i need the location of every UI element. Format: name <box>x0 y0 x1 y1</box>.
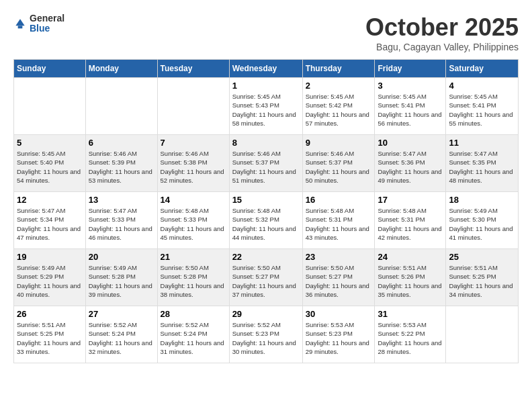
day-info: Sunrise: 5:48 AM Sunset: 5:33 PM Dayligh… <box>161 206 226 242</box>
day-info: Sunrise: 5:50 AM Sunset: 5:27 PM Dayligh… <box>306 263 372 299</box>
day-number: 31 <box>378 309 443 319</box>
day-number: 30 <box>306 309 372 319</box>
day-number: 15 <box>232 195 300 205</box>
day-number: 16 <box>306 195 372 205</box>
calendar-cell: 7Sunrise: 5:46 AM Sunset: 5:38 PM Daylig… <box>157 135 229 192</box>
day-info: Sunrise: 5:52 AM Sunset: 5:23 PM Dayligh… <box>232 320 300 356</box>
day-info: Sunrise: 5:49 AM Sunset: 5:28 PM Dayligh… <box>89 263 154 299</box>
day-number: 10 <box>378 138 443 148</box>
calendar-cell: 9Sunrise: 5:46 AM Sunset: 5:37 PM Daylig… <box>302 135 375 192</box>
month-title: October 2025 <box>365 13 519 42</box>
day-number: 13 <box>89 195 154 205</box>
logo-icon <box>13 17 27 30</box>
weekday-header: Thursday <box>302 60 375 78</box>
day-info: Sunrise: 5:45 AM Sunset: 5:41 PM Dayligh… <box>449 92 515 128</box>
day-number: 25 <box>449 252 515 262</box>
day-number: 1 <box>232 81 300 91</box>
day-number: 9 <box>306 138 372 148</box>
day-info: Sunrise: 5:46 AM Sunset: 5:37 PM Dayligh… <box>306 149 372 185</box>
calendar-cell: 19Sunrise: 5:49 AM Sunset: 5:29 PM Dayli… <box>14 249 86 306</box>
logo-blue: Blue <box>30 24 64 34</box>
weekday-header: Saturday <box>446 60 519 78</box>
day-info: Sunrise: 5:52 AM Sunset: 5:24 PM Dayligh… <box>161 320 226 356</box>
day-number: 12 <box>17 195 83 205</box>
calendar-table: SundayMondayTuesdayWednesdayThursdayFrid… <box>13 59 519 363</box>
day-number: 26 <box>17 309 83 319</box>
calendar-cell: 4Sunrise: 5:45 AM Sunset: 5:41 PM Daylig… <box>446 78 519 135</box>
calendar-cell: 21Sunrise: 5:50 AM Sunset: 5:28 PM Dayli… <box>157 249 229 306</box>
day-info: Sunrise: 5:50 AM Sunset: 5:27 PM Dayligh… <box>232 263 300 299</box>
calendar-cell: 13Sunrise: 5:47 AM Sunset: 5:33 PM Dayli… <box>85 192 157 249</box>
day-number: 24 <box>378 252 443 262</box>
day-info: Sunrise: 5:46 AM Sunset: 5:39 PM Dayligh… <box>89 149 154 185</box>
day-number: 27 <box>89 309 154 319</box>
weekday-header: Sunday <box>14 60 86 78</box>
calendar-cell <box>85 78 157 135</box>
day-number: 29 <box>232 309 300 319</box>
calendar-cell: 18Sunrise: 5:49 AM Sunset: 5:30 PM Dayli… <box>446 192 519 249</box>
calendar-cell: 29Sunrise: 5:52 AM Sunset: 5:23 PM Dayli… <box>229 306 302 363</box>
day-number: 19 <box>17 252 83 262</box>
svg-marker-1 <box>15 19 24 26</box>
day-info: Sunrise: 5:51 AM Sunset: 5:25 PM Dayligh… <box>449 263 515 299</box>
weekday-header: Monday <box>85 60 157 78</box>
weekday-header: Tuesday <box>157 60 229 78</box>
calendar-cell: 22Sunrise: 5:50 AM Sunset: 5:27 PM Dayli… <box>229 249 302 306</box>
day-info: Sunrise: 5:45 AM Sunset: 5:42 PM Dayligh… <box>306 92 372 128</box>
day-info: Sunrise: 5:48 AM Sunset: 5:32 PM Dayligh… <box>232 206 300 242</box>
day-number: 6 <box>89 138 154 148</box>
day-info: Sunrise: 5:47 AM Sunset: 5:36 PM Dayligh… <box>378 149 443 185</box>
day-info: Sunrise: 5:46 AM Sunset: 5:38 PM Dayligh… <box>161 149 226 185</box>
day-info: Sunrise: 5:49 AM Sunset: 5:30 PM Dayligh… <box>449 206 515 242</box>
calendar-cell: 3Sunrise: 5:45 AM Sunset: 5:41 PM Daylig… <box>375 78 446 135</box>
day-number: 2 <box>306 81 372 91</box>
day-number: 21 <box>161 252 226 262</box>
calendar-cell: 26Sunrise: 5:51 AM Sunset: 5:25 PM Dayli… <box>14 306 86 363</box>
calendar-week-row: 1Sunrise: 5:45 AM Sunset: 5:43 PM Daylig… <box>14 78 519 135</box>
title-block: October 2025 Bagu, Cagayan Valley, Phili… <box>365 13 519 52</box>
day-info: Sunrise: 5:53 AM Sunset: 5:23 PM Dayligh… <box>306 320 372 356</box>
day-number: 14 <box>161 195 226 205</box>
day-number: 18 <box>449 195 515 205</box>
day-number: 4 <box>449 81 515 91</box>
day-number: 22 <box>232 252 300 262</box>
day-info: Sunrise: 5:46 AM Sunset: 5:37 PM Dayligh… <box>232 149 300 185</box>
weekday-header-row: SundayMondayTuesdayWednesdayThursdayFrid… <box>14 60 519 78</box>
calendar-cell: 25Sunrise: 5:51 AM Sunset: 5:25 PM Dayli… <box>446 249 519 306</box>
calendar-cell: 24Sunrise: 5:51 AM Sunset: 5:26 PM Dayli… <box>375 249 446 306</box>
logo-text: General Blue <box>30 13 64 34</box>
day-info: Sunrise: 5:47 AM Sunset: 5:33 PM Dayligh… <box>89 206 154 242</box>
day-number: 7 <box>161 138 226 148</box>
weekday-header: Wednesday <box>229 60 302 78</box>
calendar-cell: 6Sunrise: 5:46 AM Sunset: 5:39 PM Daylig… <box>85 135 157 192</box>
weekday-header: Friday <box>375 60 446 78</box>
day-info: Sunrise: 5:48 AM Sunset: 5:31 PM Dayligh… <box>306 206 372 242</box>
calendar-cell: 15Sunrise: 5:48 AM Sunset: 5:32 PM Dayli… <box>229 192 302 249</box>
day-number: 3 <box>378 81 443 91</box>
calendar-cell: 17Sunrise: 5:48 AM Sunset: 5:31 PM Dayli… <box>375 192 446 249</box>
location: Bagu, Cagayan Valley, Philippines <box>365 42 519 52</box>
page-header: General Blue October 2025 Bagu, Cagayan … <box>13 13 519 52</box>
day-info: Sunrise: 5:51 AM Sunset: 5:26 PM Dayligh… <box>378 263 443 299</box>
logo: General Blue <box>13 13 64 34</box>
day-number: 5 <box>17 138 83 148</box>
day-info: Sunrise: 5:48 AM Sunset: 5:31 PM Dayligh… <box>378 206 443 242</box>
calendar-cell: 16Sunrise: 5:48 AM Sunset: 5:31 PM Dayli… <box>302 192 375 249</box>
day-info: Sunrise: 5:47 AM Sunset: 5:34 PM Dayligh… <box>17 206 83 242</box>
day-number: 11 <box>449 138 515 148</box>
calendar-week-row: 5Sunrise: 5:45 AM Sunset: 5:40 PM Daylig… <box>14 135 519 192</box>
calendar-cell: 8Sunrise: 5:46 AM Sunset: 5:37 PM Daylig… <box>229 135 302 192</box>
day-number: 23 <box>306 252 372 262</box>
calendar-cell: 27Sunrise: 5:52 AM Sunset: 5:24 PM Dayli… <box>85 306 157 363</box>
calendar-cell <box>14 78 86 135</box>
day-number: 17 <box>378 195 443 205</box>
calendar-cell: 5Sunrise: 5:45 AM Sunset: 5:40 PM Daylig… <box>14 135 86 192</box>
day-number: 20 <box>89 252 154 262</box>
day-info: Sunrise: 5:51 AM Sunset: 5:25 PM Dayligh… <box>17 320 83 356</box>
calendar-week-row: 12Sunrise: 5:47 AM Sunset: 5:34 PM Dayli… <box>14 192 519 249</box>
calendar-cell: 11Sunrise: 5:47 AM Sunset: 5:35 PM Dayli… <box>446 135 519 192</box>
day-number: 8 <box>232 138 300 148</box>
day-info: Sunrise: 5:45 AM Sunset: 5:40 PM Dayligh… <box>17 149 83 185</box>
calendar-week-row: 26Sunrise: 5:51 AM Sunset: 5:25 PM Dayli… <box>14 306 519 363</box>
calendar-cell <box>157 78 229 135</box>
